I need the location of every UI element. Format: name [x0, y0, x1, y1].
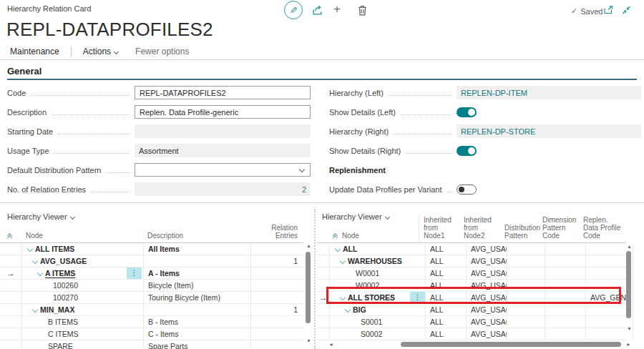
hierarchy-left-link[interactable]: REPLEN-DP-ITEM	[457, 86, 641, 99]
table-row[interactable]: MIN_MAX 1	[0, 304, 303, 316]
collapse-all-icon[interactable]	[8, 234, 11, 240]
usage-type-value: Assortment	[135, 144, 311, 157]
section-divider	[0, 202, 644, 203]
field-show-details-left: Show Details (Left)	[329, 102, 641, 122]
column-header-inherited-node1[interactable]: Inherited from Node1	[419, 215, 459, 242]
action-bar: Maintenance Actions Fewer options	[0, 44, 644, 60]
chevron-down-icon[interactable]	[37, 270, 43, 276]
action-bar-divider	[71, 46, 72, 56]
share-icon[interactable]	[312, 5, 323, 15]
general-left-column: Code Description Starting Date Usage Typ…	[7, 83, 311, 199]
chevron-down-icon[interactable]	[32, 258, 38, 264]
column-header-node[interactable]: Node	[329, 215, 410, 242]
more-options-icon[interactable]: ⋮	[127, 267, 142, 279]
field-default-distribution-pattern: Default Distribution Pattern	[7, 160, 311, 180]
chevron-down-icon	[299, 167, 305, 172]
show-details-left-toggle[interactable]	[457, 107, 477, 117]
column-header-inherited-node2[interactable]: Inherited from Node2	[459, 215, 500, 242]
table-row[interactable]: C ITEMS C - Items	[0, 328, 303, 340]
column-header-dimension-pattern-code[interactable]: Dimension Pattern Code	[538, 215, 579, 242]
scroll-down-arrow[interactable]: ▼	[306, 338, 311, 344]
column-header-replen-data-profile-code[interactable]: Replen. Data Profile Code	[579, 215, 626, 242]
field-no-of-relation-entries: No. of Relation Entries 2	[7, 180, 311, 199]
right-viewer-header: Node Inherited from Node1 Inherited from…	[317, 215, 626, 243]
table-row[interactable]: 100270 Touring Bicycle (Item)	[0, 292, 303, 304]
table-row-selected[interactable]: → A ITEMS ⋮ A - Items	[0, 267, 303, 280]
chevron-down-icon[interactable]	[340, 295, 346, 300]
field-hierarchy-left: Hierarchy (Left) REPLEN-DP-ITEM	[329, 83, 641, 102]
table-row[interactable]: S0002 ALL AVG_USAGE	[317, 328, 626, 340]
vertical-scrollbar-thumb[interactable]	[306, 252, 311, 323]
hierarchy-right-link[interactable]: REPLEN-DP-STORE	[457, 124, 641, 138]
table-row[interactable]: W0001 ALL AVG_USAGE	[317, 267, 626, 280]
chevron-down-icon[interactable]	[32, 307, 38, 313]
field-description: Description	[7, 102, 311, 122]
menu-item-fewer-options[interactable]: Fewer options	[127, 46, 197, 56]
chevron-down-icon[interactable]	[335, 246, 341, 252]
more-options-icon[interactable]: ⋮	[410, 292, 425, 303]
selected-row-arrow-icon: →	[319, 293, 328, 303]
column-header-node[interactable]: Node	[21, 227, 143, 242]
saved-check-icon: ✓	[571, 6, 577, 16]
scroll-down-arrow[interactable]: ▼	[627, 326, 632, 332]
code-input[interactable]	[135, 86, 311, 99]
table-row[interactable]: SPARE Spare Parts	[0, 340, 303, 349]
panel-splitter[interactable]	[314, 209, 316, 349]
table-row[interactable]: B ITEMS B - Items	[0, 316, 303, 328]
show-details-right-toggle[interactable]	[457, 146, 477, 156]
update-data-profiles-toggle[interactable]	[457, 185, 477, 195]
default-distribution-pattern-select[interactable]	[135, 163, 311, 177]
horizontal-scrollbar-thumb[interactable]	[401, 342, 621, 347]
page-caption: Hierarchy Relation Card	[7, 4, 91, 13]
scroll-up-arrow[interactable]: ▲	[627, 244, 632, 250]
table-row[interactable]: S0001 ALL AVG_USAGE	[317, 316, 626, 328]
add-icon[interactable]: +	[333, 2, 341, 16]
table-row[interactable]: WAREHOUSES ALL AVG_USAGE	[317, 255, 626, 267]
general-right-column: Hierarchy (Left) REPLEN-DP-ITEM Show Det…	[329, 83, 641, 199]
edit-pencil-icon[interactable]: ✎	[284, 1, 303, 19]
left-viewer-caption[interactable]: Hierarchy Viewer	[7, 212, 74, 221]
saved-label: Saved	[580, 7, 602, 16]
table-row-selected[interactable]: → ALL STORES ⋮ ALL AVG_USAGE AVG_GEN	[317, 292, 626, 304]
chevron-down-icon[interactable]	[27, 246, 33, 252]
menu-item-maintenance[interactable]: Maintenance	[0, 46, 68, 56]
scroll-up-arrow[interactable]: ▲	[306, 243, 311, 249]
table-row[interactable]: AVG_USAGE 1	[0, 255, 303, 267]
column-header-distribution-pattern[interactable]: Distribution Pattern	[500, 215, 538, 242]
collapse-all-icon[interactable]	[333, 234, 337, 240]
column-header-relation-entries[interactable]: Relation Entries	[250, 227, 303, 242]
table-row[interactable]: ALL ITEMS All Items	[0, 243, 303, 255]
field-hierarchy-right: Hierarchy (Right) REPLEN-DP-STORE	[329, 122, 641, 141]
table-row[interactable]: ALL ALL AVG_USAGE	[317, 243, 626, 255]
table-row[interactable]: 100260 Bicycle (Item)	[0, 280, 303, 292]
description-input[interactable]	[135, 105, 311, 119]
field-usage-type: Usage Type Assortment	[7, 141, 311, 160]
hierarchy-viewer-left: Hierarchy Viewer Node Description Relati…	[0, 207, 313, 349]
delete-trash-icon[interactable]	[358, 5, 367, 16]
left-viewer-header: Node Description Relation Entries	[0, 227, 303, 243]
relation-entries-drilldown[interactable]: 2	[135, 182, 311, 196]
selected-row-arrow-icon: →	[6, 268, 15, 278]
table-row[interactable]: W0002 ALL AVG_USAGE	[317, 280, 626, 292]
chevron-down-icon[interactable]	[340, 258, 346, 264]
left-viewer-rows: ALL ITEMS All Items AVG_USAGE 1 → A ITEM…	[0, 243, 303, 349]
minimize-window-icon[interactable]	[622, 6, 631, 14]
page-title: REPL-DATAPROFILES2	[6, 19, 213, 41]
column-header-description[interactable]: Description	[143, 227, 250, 242]
popout-icon[interactable]	[603, 6, 613, 14]
chevron-down-icon	[114, 49, 119, 54]
vertical-scrollbar-thumb[interactable]	[626, 251, 631, 318]
save-status: ✓ Saved	[571, 6, 602, 16]
starting-date-value	[135, 124, 311, 138]
scroll-right-arrow[interactable]: ►	[626, 342, 631, 348]
menu-item-actions[interactable]: Actions	[74, 46, 127, 56]
scroll-left-arrow[interactable]: ◄	[328, 342, 333, 348]
table-row[interactable]: BIG ALL AVG_USAGE	[317, 304, 626, 316]
field-show-details-right: Show Details (Right)	[329, 141, 641, 160]
field-starting-date: Starting Date	[7, 122, 311, 141]
hierarchy-viewer-right: Hierarchy Viewer Node Inherited from Nod…	[317, 207, 644, 349]
section-header-general[interactable]: General	[7, 66, 42, 77]
field-code: Code	[7, 83, 311, 102]
section-underline	[7, 79, 637, 80]
chevron-down-icon[interactable]	[345, 307, 351, 313]
